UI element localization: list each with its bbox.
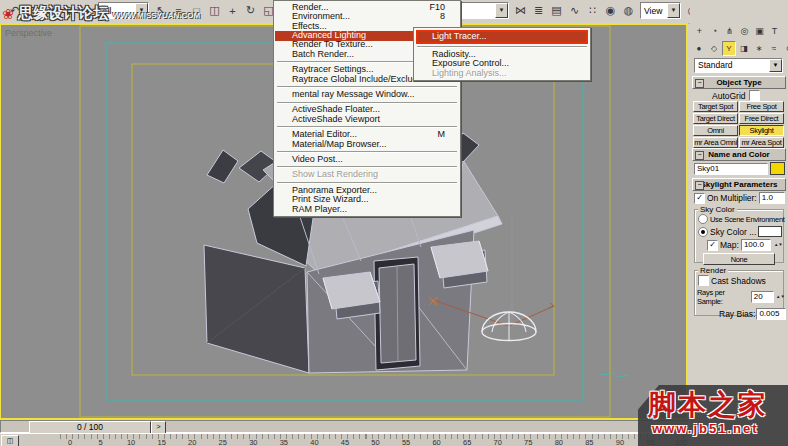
motion-tab-icon[interactable]: ◎ xyxy=(738,24,751,37)
layer-manager-icon[interactable]: ▤ xyxy=(548,2,565,19)
menu-item-video-post[interactable]: Video Post... xyxy=(275,155,459,164)
ray-bias-input[interactable]: 0.005 xyxy=(756,308,786,320)
systems-category-icon[interactable]: ⊛ xyxy=(782,41,788,56)
dropdown-value: View xyxy=(644,6,662,16)
track-bar-tick-label: 50 xyxy=(371,438,379,446)
menu-item-mental-ray-message[interactable]: mental ray Message Window... xyxy=(275,90,459,99)
3dsmax-window: ↶↷∞⊘∿All▼↖≡□◫+↻◱View▼ {·}▼⋈≣▤∿∷◉◍View▼◎ xyxy=(0,0,788,446)
spacewarps-category-icon[interactable]: ≈ xyxy=(767,41,781,56)
geometry-category-icon[interactable]: ● xyxy=(692,41,706,56)
rays-per-sample-spinner[interactable]: ▲▼ xyxy=(776,295,785,300)
modify-tab-icon[interactable]: ◔ xyxy=(708,24,721,37)
map-checkbox[interactable]: ✓ xyxy=(707,240,718,251)
mr-area-omni-button[interactable]: mr Area Omni xyxy=(693,137,738,148)
mini-watermark-mark xyxy=(601,373,629,377)
track-bar-tick-label: 60 xyxy=(432,438,440,446)
track-bar-tick-label: 85 xyxy=(585,438,593,446)
cast-shadows-checkbox[interactable] xyxy=(698,275,709,286)
on-checkbox[interactable]: ✓ xyxy=(694,193,705,204)
map-row: ✓ Map: 100.0 ▲▼ xyxy=(707,239,788,251)
render-setup-icon[interactable]: ◍ xyxy=(620,2,637,19)
sky-color-row: Sky Color ... xyxy=(698,226,786,237)
track-bar-tick-label: 25 xyxy=(219,438,227,446)
menu-separator xyxy=(277,166,457,168)
dropdown-arrow-icon[interactable]: ▼ xyxy=(495,3,508,18)
map-amount-spinner[interactable]: ▲▼ xyxy=(774,243,783,248)
missyuan-watermark: ❀ 思缘设计论坛 WWW.MISSYUAN.COM xyxy=(2,4,200,23)
render-type-dropdown[interactable]: View▼ xyxy=(640,2,681,19)
submenu-item-lighting-analysis[interactable]: Lighting Analysis... xyxy=(415,69,589,78)
use-scene-environment-radio[interactable] xyxy=(698,214,708,224)
track-bar-tick-label: 20 xyxy=(188,438,196,446)
rays-per-sample-input[interactable]: 20 xyxy=(751,291,774,303)
target-spot-button[interactable]: Target Spot xyxy=(693,101,738,112)
cast-shadows-row: Cast Shadows xyxy=(698,275,786,286)
track-bar-tick-label: 45 xyxy=(341,438,349,446)
menu-item-ram-player[interactable]: RAM Player... xyxy=(275,205,459,214)
multiplier-input[interactable]: 1.0 xyxy=(759,192,785,204)
autogrid-checkbox[interactable] xyxy=(749,90,760,101)
map-none-button[interactable]: None xyxy=(703,253,775,265)
create-tab-icon[interactable]: + xyxy=(693,24,706,37)
utilities-tab-icon[interactable]: T xyxy=(768,24,781,37)
align-icon[interactable]: ≣ xyxy=(530,2,547,19)
viewport-label[interactable]: Perspective xyxy=(5,28,52,38)
helpers-category-icon[interactable]: ∗ xyxy=(752,41,766,56)
track-bar-tick-label: 0 xyxy=(68,438,72,446)
menu-item-activeshade-viewport[interactable]: ActiveShade Viewport xyxy=(275,115,459,124)
display-tab-icon[interactable]: ▣ xyxy=(753,24,766,37)
menu-separator xyxy=(417,46,587,48)
command-panel-tabs: +◔⋔◎▣T xyxy=(693,24,781,37)
hierarchy-tab-icon[interactable]: ⋔ xyxy=(723,24,736,37)
target-direct-button[interactable]: Target Direct xyxy=(693,113,738,124)
menu-item-show-last-rendering[interactable]: Show Last Rendering xyxy=(275,170,459,179)
map-amount-input[interactable]: 100.0 xyxy=(741,239,771,251)
object-color-swatch[interactable] xyxy=(770,162,785,175)
schematic-view-icon[interactable]: ∷ xyxy=(584,2,601,19)
skylight-button[interactable]: Skylight xyxy=(739,125,784,136)
window-crossing-icon[interactable]: ◫ xyxy=(206,2,223,19)
menu-item-material-map-browser[interactable]: Material/Map Browser... xyxy=(275,140,459,149)
time-slider-bar[interactable]: 0 / 100 > xyxy=(0,420,689,433)
flower-logo-icon: ❀ xyxy=(2,6,14,22)
mini-curve-editor-button[interactable]: ◫ xyxy=(1,435,19,446)
material-editor-icon[interactable]: ◉ xyxy=(602,2,619,19)
track-bar-tick-label: 65 xyxy=(463,438,471,446)
skylight-parameters-rollout-header[interactable]: − Skylight Parameters xyxy=(692,178,786,191)
object-type-buttons: Target SpotFree SpotTarget DirectFree Di… xyxy=(693,101,784,148)
ray-bias-row: Ray Bias: 0.005 ▲▼ xyxy=(719,308,788,320)
mirror-icon[interactable]: ⋈ xyxy=(512,2,529,19)
use-scene-env-row: Use Scene Environment xyxy=(698,214,786,224)
mr-area-spot-button[interactable]: mr Area Spot xyxy=(739,137,784,148)
menu-separator xyxy=(277,182,457,184)
object-type-rollout-header[interactable]: − Object Type xyxy=(692,76,786,89)
lights-category-icon[interactable]: Y xyxy=(722,41,736,56)
select-and-move-icon[interactable]: + xyxy=(224,2,241,19)
sky-color-group: Sky Color Use Scene Environment Sky Colo… xyxy=(694,209,784,263)
command-panel: +◔⋔◎▣T ●◇Y◨∗≈⊛ Standard ▼ − Object Type … xyxy=(690,0,788,446)
track-bar[interactable]: ◫ 05101520253035404550556065707580859095… xyxy=(0,433,689,446)
light-type-dropdown[interactable]: Standard ▼ xyxy=(694,58,783,73)
omni-button[interactable]: Omni xyxy=(693,125,738,136)
free-direct-button[interactable]: Free Direct xyxy=(739,113,784,124)
object-name-input[interactable]: Sky01 xyxy=(694,163,768,175)
track-bar-tick-label: 5 xyxy=(98,438,102,446)
submenu-item-light-tracer[interactable]: Light Tracer... xyxy=(416,30,588,44)
shapes-category-icon[interactable]: ◇ xyxy=(707,41,721,56)
curve-editor-icon[interactable]: ∿ xyxy=(566,2,583,19)
sky-color-radio[interactable] xyxy=(698,227,708,237)
select-and-rotate-icon[interactable]: ↻ xyxy=(242,2,259,19)
name-color-rollout-header[interactable]: − Name and Color xyxy=(692,148,786,161)
dropdown-arrow-icon[interactable]: ▼ xyxy=(769,59,782,72)
render-group: Render Cast Shadows Rays per Sample: 20 … xyxy=(694,270,784,316)
track-bar-tick-label: 40 xyxy=(310,438,318,446)
cameras-category-icon[interactable]: ◨ xyxy=(737,41,751,56)
dropdown-arrow-icon[interactable]: ▼ xyxy=(667,3,680,18)
menu-separator xyxy=(277,151,457,153)
track-bar-tick-label: 15 xyxy=(157,438,165,446)
sky-color-swatch[interactable] xyxy=(758,226,782,237)
track-bar-tick-label: 80 xyxy=(555,438,563,446)
free-spot-button[interactable]: Free Spot xyxy=(739,101,784,112)
track-bar-tick-label: 35 xyxy=(280,438,288,446)
advanced-lighting-submenu: Light Tracer... Radiosity... Exposure Co… xyxy=(413,27,591,81)
